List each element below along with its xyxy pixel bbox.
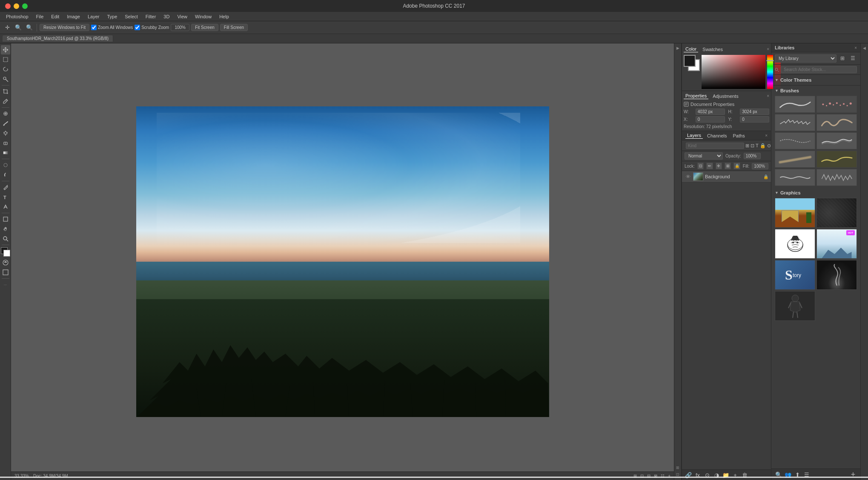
brush-item-6[interactable]	[816, 132, 857, 149]
color-tab[interactable]: Color	[684, 46, 698, 52]
blend-mode-select[interactable]: Normal	[685, 152, 723, 160]
scrubby-zoom-checkbox[interactable]: Scrubby Zoom	[135, 25, 169, 30]
brush-tool[interactable]	[1, 119, 10, 128]
screen-mode-btn[interactable]	[1, 268, 10, 277]
list-item[interactable]	[775, 229, 815, 259]
x-value[interactable]: 0	[696, 116, 725, 123]
color-gradient-picker[interactable]	[702, 55, 765, 89]
hand-tool[interactable]	[1, 224, 10, 234]
color-themes-header[interactable]: ▼ Color Themes	[775, 77, 857, 83]
resize-windows-btn[interactable]: Resize Windows to Fit	[40, 24, 89, 31]
color-panel-close[interactable]: ×	[767, 47, 769, 51]
brush-item-8[interactable]	[816, 151, 857, 168]
list-item[interactable]	[775, 198, 815, 228]
properties-panel-close[interactable]: ×	[767, 94, 769, 98]
dodge-tool[interactable]	[1, 170, 10, 180]
lock-transparency-btn[interactable]: ⊡	[697, 163, 704, 169]
list-item[interactable]	[816, 260, 857, 290]
channels-tab[interactable]: Channels	[705, 133, 728, 139]
adjustments-tab[interactable]: Adjustments	[711, 93, 740, 99]
layers-panel-close[interactable]: ×	[765, 133, 768, 138]
library-selector[interactable]: My Library	[775, 54, 836, 63]
fill-value[interactable]: 100%	[752, 163, 768, 169]
layer-visibility-toggle[interactable]: 👁	[685, 173, 691, 180]
strip-collapse-btn[interactable]: ◀	[862, 45, 868, 51]
layers-filter-mode-btn[interactable]: T	[756, 142, 759, 149]
move-tool[interactable]	[1, 45, 10, 54]
zoom-all-checkbox[interactable]: Zoom All Windows	[91, 25, 133, 30]
brush-item-4[interactable]	[816, 114, 857, 131]
list-item[interactable]	[816, 198, 857, 228]
brush-item-5[interactable]	[775, 132, 815, 149]
lock-artboard-btn[interactable]: ⊞	[725, 163, 731, 169]
brush-item-7[interactable]	[775, 151, 815, 168]
layers-filter-type-btn[interactable]: ⊞	[745, 142, 749, 149]
close-button[interactable]	[5, 3, 11, 9]
brush-item-2[interactable]	[816, 96, 857, 113]
eraser-tool[interactable]	[1, 138, 10, 148]
layers-filter-attr-btn[interactable]: 🔒	[760, 142, 766, 149]
fill-screen-btn[interactable]: Fill Screen	[220, 24, 248, 31]
brushes-header[interactable]: ▼ Brushes	[775, 87, 857, 94]
extra-tools-btn[interactable]: ···	[1, 280, 10, 289]
layer-name[interactable]: Background	[705, 174, 762, 179]
menu-select[interactable]: Select	[121, 13, 141, 20]
document-canvas[interactable]	[136, 106, 549, 417]
lib-search-input[interactable]	[781, 66, 857, 73]
libraries-panel-close[interactable]: ×	[854, 46, 857, 50]
menu-layer[interactable]: Layer	[84, 13, 103, 20]
mid-strip-top-btn[interactable]: ▶	[675, 45, 681, 51]
lock-image-btn[interactable]: ✏	[706, 163, 713, 169]
table-row[interactable]: 👁 Background 🔒	[682, 171, 771, 183]
paths-tab[interactable]: Paths	[731, 133, 747, 139]
menu-window[interactable]: Window	[192, 13, 215, 20]
color-spectrum-bar[interactable]	[767, 55, 773, 89]
list-item[interactable]	[775, 291, 815, 321]
mid-strip-btn-1[interactable]: ⊞	[675, 465, 681, 471]
zoom-out-icon[interactable]: 🔍	[14, 23, 23, 32]
menu-image[interactable]: Image	[63, 13, 83, 20]
lasso-tool[interactable]	[1, 65, 10, 74]
foreground-swatch[interactable]	[684, 55, 696, 67]
layers-tab[interactable]: Layers	[685, 132, 703, 139]
opacity-value[interactable]: 100%	[744, 153, 761, 159]
brush-item-10[interactable]	[816, 169, 857, 186]
properties-tab[interactable]: Properties	[684, 93, 708, 99]
rectangular-marquee-tool[interactable]	[1, 55, 10, 64]
layers-filter-effect-btn[interactable]: ⊡	[751, 142, 754, 149]
path-selection-tool[interactable]	[1, 202, 10, 211]
menu-type[interactable]: Type	[103, 13, 120, 20]
list-item[interactable]: S tory	[775, 260, 815, 290]
graphics-header[interactable]: ▼ Graphics	[775, 189, 857, 196]
eyedropper-tool[interactable]	[1, 97, 10, 106]
y-value[interactable]: 0	[740, 116, 769, 123]
fit-screen-btn[interactable]: Fit Screen	[191, 24, 218, 31]
swatches-tab[interactable]: Swatches	[701, 46, 725, 52]
lock-all-btn[interactable]: 🔒	[733, 163, 740, 169]
crop-tool[interactable]	[1, 87, 10, 96]
quick-mask-btn[interactable]	[1, 258, 10, 267]
menu-3d[interactable]: 3D	[160, 13, 173, 20]
lib-grid-view-btn[interactable]: ⊞	[838, 54, 847, 63]
healing-brush-tool[interactable]	[1, 109, 10, 118]
move-tool-icon[interactable]: ✛	[3, 23, 12, 32]
lock-position-btn[interactable]: ✛	[716, 163, 722, 169]
height-value[interactable]: 3024 px	[740, 109, 769, 115]
maximize-button[interactable]	[22, 3, 28, 9]
zoom-tool[interactable]	[1, 234, 10, 243]
menu-photoshop[interactable]: Photoshop	[3, 13, 32, 20]
magic-wand-tool[interactable]	[1, 74, 10, 84]
type-tool[interactable]: T	[1, 192, 10, 202]
foreground-color-swatch[interactable]	[1, 247, 10, 257]
clone-stamp-tool[interactable]	[1, 129, 10, 138]
brush-item-1[interactable]	[775, 96, 815, 113]
blur-tool[interactable]	[1, 160, 10, 170]
brush-item-9[interactable]	[775, 169, 815, 186]
width-value[interactable]: 4032 px	[696, 109, 725, 115]
brush-item-3[interactable]	[775, 114, 815, 131]
menu-view[interactable]: View	[174, 13, 191, 20]
menu-edit[interactable]: Edit	[48, 13, 63, 20]
shape-tool[interactable]	[1, 214, 10, 224]
zoom-level-input[interactable]: 100%	[171, 24, 189, 31]
menu-filter[interactable]: Filter	[142, 13, 159, 20]
